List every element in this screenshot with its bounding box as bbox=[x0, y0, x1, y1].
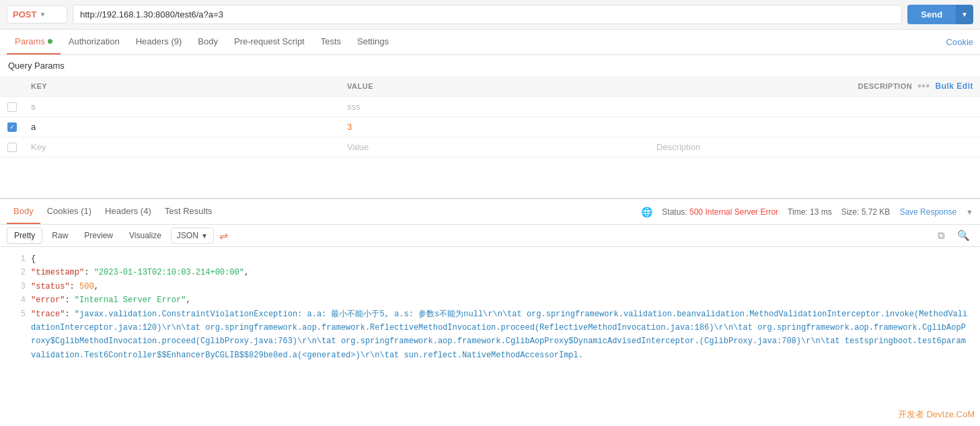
row2-value-cell[interactable]: 3 bbox=[340, 117, 650, 137]
new-row-checkbox[interactable] bbox=[7, 143, 17, 152]
response-tab-headers[interactable]: Headers (4) bbox=[98, 199, 158, 224]
url-bar: POST ▼ Send ▼ bbox=[0, 0, 980, 30]
new-row-key: Key bbox=[31, 142, 46, 152]
json-line-1: 1 { bbox=[11, 252, 969, 266]
row2-value: 3 bbox=[347, 122, 352, 132]
json-output: 1 { 2 "timestamp": "2023-01-13T02:10:03.… bbox=[0, 247, 980, 367]
json-type-chevron-icon: ▼ bbox=[201, 232, 208, 240]
row1-desc-cell[interactable] bbox=[650, 97, 980, 117]
method-selector[interactable]: POST ▼ bbox=[7, 5, 67, 24]
row2-checkbox-cell[interactable]: ✓ bbox=[0, 117, 24, 137]
row1-key-cell[interactable]: s bbox=[24, 97, 340, 117]
send-dropdown-button[interactable]: ▼ bbox=[956, 5, 973, 24]
response-tab-body[interactable]: Body bbox=[7, 199, 40, 224]
new-row-description: Description bbox=[656, 142, 700, 152]
save-response-dropdown[interactable]: ▼ bbox=[966, 208, 973, 216]
row1-checkbox[interactable] bbox=[7, 102, 17, 112]
globe-icon: 🌐 bbox=[641, 207, 652, 217]
format-bar: Pretty Raw Preview Visualize JSON ▼ ⇌ ⧉ … bbox=[0, 225, 980, 247]
th-description: DESCRIPTION ••• Bulk Edit bbox=[650, 76, 980, 97]
new-row-value: Value bbox=[347, 142, 369, 152]
format-preview-button[interactable]: Preview bbox=[77, 228, 120, 243]
request-tabs: Params Authorization Headers (9) Body Pr… bbox=[0, 30, 980, 55]
url-input[interactable] bbox=[73, 5, 902, 24]
tests-tab-label: Tests bbox=[321, 36, 341, 46]
pre-request-tab-label: Pre-request Script bbox=[234, 36, 305, 46]
more-icon[interactable]: ••• bbox=[917, 80, 930, 92]
json-line-3: 3 "status": 500, bbox=[11, 280, 969, 293]
row1-value-cell[interactable]: sss bbox=[340, 97, 650, 117]
time-label: Time: 13 ms bbox=[788, 207, 832, 217]
size-label: Size: 5.72 KB bbox=[841, 207, 891, 217]
row2-key: a bbox=[31, 122, 36, 132]
copy-icon[interactable]: ⧉ bbox=[934, 228, 948, 243]
tab-body[interactable]: Body bbox=[190, 30, 226, 55]
table-row: s sss bbox=[0, 97, 980, 117]
status-label: Status: 500 Internal Server Error bbox=[662, 207, 778, 217]
new-row-desc-cell[interactable]: Description bbox=[650, 137, 980, 157]
response-tabs-row: Body Cookies (1) Headers (4) Test Result… bbox=[0, 199, 980, 225]
tab-pre-request[interactable]: Pre-request Script bbox=[226, 30, 313, 55]
th-key: KEY bbox=[24, 76, 340, 97]
table-row-new: Key Value Description bbox=[0, 137, 980, 157]
format-pretty-button[interactable]: Pretty bbox=[7, 227, 42, 244]
row1-checkbox-cell[interactable] bbox=[0, 97, 24, 117]
json-type-selector[interactable]: JSON ▼ bbox=[171, 227, 214, 244]
response-section: Body Cookies (1) Headers (4) Test Result… bbox=[0, 198, 980, 367]
tab-params[interactable]: Params bbox=[7, 30, 61, 55]
search-icon[interactable]: 🔍 bbox=[954, 228, 973, 243]
row1-value: sss bbox=[347, 102, 361, 112]
authorization-tab-label: Authorization bbox=[69, 36, 120, 46]
save-response-button[interactable]: Save Response bbox=[899, 207, 956, 217]
row2-key-cell[interactable]: a bbox=[24, 117, 340, 137]
response-tab-cookies[interactable]: Cookies (1) bbox=[40, 199, 98, 224]
wrap-icon[interactable]: ⇌ bbox=[219, 229, 228, 242]
params-dot-icon bbox=[48, 39, 52, 44]
method-label: POST bbox=[13, 9, 36, 20]
row1-key: s bbox=[31, 102, 36, 112]
status-code: 500 Internal Server Error bbox=[689, 207, 778, 217]
body-tab-label: Body bbox=[198, 36, 218, 46]
send-button[interactable]: Send bbox=[907, 5, 956, 24]
tab-settings[interactable]: Settings bbox=[349, 30, 397, 55]
method-chevron-icon: ▼ bbox=[39, 11, 46, 18]
new-row-value-cell[interactable]: Value bbox=[340, 137, 650, 157]
th-checkbox bbox=[0, 76, 24, 97]
params-table: KEY VALUE DESCRIPTION ••• Bulk Edit bbox=[0, 76, 980, 157]
tab-tests[interactable]: Tests bbox=[313, 30, 349, 55]
headers-tab-label: Headers (9) bbox=[136, 36, 182, 46]
new-row-checkbox-cell[interactable] bbox=[0, 137, 24, 157]
tab-authorization[interactable]: Authorization bbox=[61, 30, 128, 55]
send-group: Send ▼ bbox=[907, 5, 973, 24]
spacer bbox=[0, 157, 980, 198]
json-type-label: JSON bbox=[177, 231, 198, 240]
format-bar-right: ⧉ 🔍 bbox=[934, 228, 973, 243]
format-raw-button[interactable]: Raw bbox=[45, 228, 75, 243]
new-row-key-cell[interactable]: Key bbox=[24, 137, 340, 157]
row2-checkbox[interactable]: ✓ bbox=[7, 122, 17, 132]
json-line-4: 4 "error": "Internal Server Error", bbox=[11, 293, 969, 307]
json-line-2: 2 "timestamp": "2023-01-13T02:10:03.214+… bbox=[11, 266, 969, 279]
row2-desc-cell[interactable] bbox=[650, 117, 980, 137]
th-value: VALUE bbox=[340, 76, 650, 97]
settings-tab-label: Settings bbox=[357, 36, 389, 46]
response-status-bar: 🌐 Status: 500 Internal Server Error Time… bbox=[641, 207, 973, 217]
bulk-edit-button[interactable]: Bulk Edit bbox=[935, 81, 973, 91]
params-tab-label: Params bbox=[15, 36, 45, 46]
table-row: ✓ a 3 bbox=[0, 117, 980, 137]
query-params-label: Query Params bbox=[0, 55, 980, 76]
cookie-link[interactable]: Cookie bbox=[946, 37, 973, 47]
response-tab-test-results[interactable]: Test Results bbox=[158, 199, 219, 224]
format-visualize-button[interactable]: Visualize bbox=[122, 228, 168, 243]
json-line-5: 5 "trace": "javax.validation.ConstraintV… bbox=[11, 308, 969, 363]
tab-headers[interactable]: Headers (9) bbox=[128, 30, 190, 55]
